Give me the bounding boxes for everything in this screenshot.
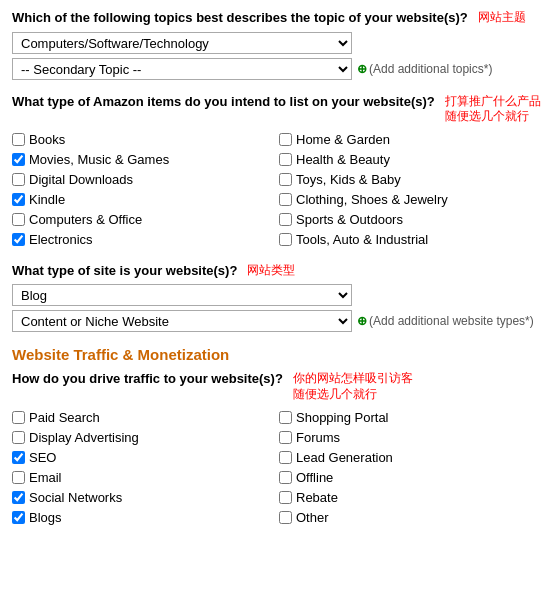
list-item: Tools, Auto & Industrial	[279, 231, 546, 249]
products-question-row: What type of Amazon items do you intend …	[12, 94, 546, 125]
checkbox-label: Computers & Office	[29, 212, 142, 227]
checkbox-label: Rebate	[296, 490, 338, 505]
checkbox-input[interactable]	[12, 153, 25, 166]
list-item: Offline	[279, 469, 546, 487]
checkbox-label: Sports & Outdoors	[296, 212, 403, 227]
traffic-question-row: How do you drive traffic to your website…	[12, 371, 546, 402]
checkbox-label: Books	[29, 132, 65, 147]
checkbox-label: Kindle	[29, 192, 65, 207]
products-col-right: Home & GardenHealth & BeautyToys, Kids &…	[279, 131, 546, 249]
list-item: Paid Search	[12, 409, 279, 427]
checkbox-input[interactable]	[279, 491, 292, 504]
products-section: What type of Amazon items do you intend …	[12, 94, 546, 249]
checkbox-input[interactable]	[12, 173, 25, 186]
checkbox-label: Electronics	[29, 232, 93, 247]
sitetype-question-row: What type of site is your website(s)? 网站…	[12, 263, 546, 279]
checkbox-input[interactable]	[279, 233, 292, 246]
list-item: SEO	[12, 449, 279, 467]
add-topics-link[interactable]: ⊕(Add additional topics*)	[357, 62, 492, 76]
list-item: Social Networks	[12, 489, 279, 507]
checkbox-input[interactable]	[279, 133, 292, 146]
list-item: Sports & Outdoors	[279, 211, 546, 229]
checkbox-label: Offline	[296, 470, 333, 485]
products-annotation: 打算推广什么产品 随便选几个就行	[445, 94, 541, 125]
sitetype-question: What type of site is your website(s)?	[12, 263, 237, 278]
checkbox-input[interactable]	[12, 511, 25, 524]
checkbox-input[interactable]	[279, 511, 292, 524]
traffic-grid: Paid SearchDisplay AdvertisingSEOEmailSo…	[12, 409, 546, 527]
list-item: Digital Downloads	[12, 171, 279, 189]
list-item: Display Advertising	[12, 429, 279, 447]
checkbox-input[interactable]	[279, 213, 292, 226]
plus-icon: ⊕	[357, 62, 367, 76]
primary-topic-row: Computers/Software/Technology	[12, 32, 546, 54]
checkbox-input[interactable]	[12, 411, 25, 424]
list-item: Other	[279, 509, 546, 527]
list-item: Email	[12, 469, 279, 487]
checkbox-input[interactable]	[12, 451, 25, 464]
primary-topic-select[interactable]: Computers/Software/Technology	[12, 32, 352, 54]
checkbox-input[interactable]	[12, 233, 25, 246]
checkbox-label: Social Networks	[29, 490, 122, 505]
topic-question-row: Which of the following topics best descr…	[12, 10, 546, 26]
sitetype-primary-select[interactable]: Blog	[12, 284, 352, 306]
topic-annotation: 网站主题	[478, 10, 526, 26]
checkbox-input[interactable]	[279, 173, 292, 186]
list-item: Forums	[279, 429, 546, 447]
checkbox-input[interactable]	[279, 193, 292, 206]
traffic-heading: Website Traffic & Monetization	[12, 346, 546, 363]
sitetype-secondary-row: Content or Niche Website ⊕(Add additiona…	[12, 310, 546, 332]
products-col-left: BooksMovies, Music & GamesDigital Downlo…	[12, 131, 279, 249]
secondary-topic-select[interactable]: -- Secondary Topic --	[12, 58, 352, 80]
list-item: Home & Garden	[279, 131, 546, 149]
checkbox-label: Digital Downloads	[29, 172, 133, 187]
checkbox-label: Lead Generation	[296, 450, 393, 465]
checkbox-label: Other	[296, 510, 329, 525]
add-sitetypes-link[interactable]: ⊕(Add additional website types*)	[357, 314, 534, 328]
checkbox-label: SEO	[29, 450, 56, 465]
checkbox-input[interactable]	[12, 431, 25, 444]
checkbox-input[interactable]	[12, 193, 25, 206]
checkbox-input[interactable]	[279, 451, 292, 464]
sitetype-primary-row: Blog	[12, 284, 546, 306]
checkbox-input[interactable]	[279, 471, 292, 484]
topic-section: Which of the following topics best descr…	[12, 10, 546, 80]
secondary-topic-row: -- Secondary Topic -- ⊕(Add additional t…	[12, 58, 546, 80]
list-item: Clothing, Shoes & Jewelry	[279, 191, 546, 209]
checkbox-input[interactable]	[279, 431, 292, 444]
list-item: Kindle	[12, 191, 279, 209]
traffic-question: How do you drive traffic to your website…	[12, 371, 283, 386]
list-item: Shopping Portal	[279, 409, 546, 427]
sitetype-section: What type of site is your website(s)? 网站…	[12, 263, 546, 333]
list-item: Toys, Kids & Baby	[279, 171, 546, 189]
list-item: Rebate	[279, 489, 546, 507]
checkbox-label: Tools, Auto & Industrial	[296, 232, 428, 247]
checkbox-input[interactable]	[12, 213, 25, 226]
products-grid: BooksMovies, Music & GamesDigital Downlo…	[12, 131, 546, 249]
checkbox-input[interactable]	[279, 411, 292, 424]
list-item: Lead Generation	[279, 449, 546, 467]
traffic-col-left: Paid SearchDisplay AdvertisingSEOEmailSo…	[12, 409, 279, 527]
sitetype-secondary-select[interactable]: Content or Niche Website	[12, 310, 352, 332]
list-item: Computers & Office	[12, 211, 279, 229]
checkbox-label: Movies, Music & Games	[29, 152, 169, 167]
checkbox-input[interactable]	[12, 471, 25, 484]
checkbox-label: Shopping Portal	[296, 410, 389, 425]
list-item: Health & Beauty	[279, 151, 546, 169]
checkbox-input[interactable]	[12, 133, 25, 146]
checkbox-label: Toys, Kids & Baby	[296, 172, 401, 187]
list-item: Electronics	[12, 231, 279, 249]
checkbox-label: Display Advertising	[29, 430, 139, 445]
checkbox-input[interactable]	[12, 491, 25, 504]
checkbox-input[interactable]	[279, 153, 292, 166]
checkbox-label: Blogs	[29, 510, 62, 525]
traffic-col-right: Shopping PortalForumsLead GenerationOffl…	[279, 409, 546, 527]
list-item: Movies, Music & Games	[12, 151, 279, 169]
plus-icon-2: ⊕	[357, 314, 367, 328]
checkbox-label: Health & Beauty	[296, 152, 390, 167]
checkbox-label: Email	[29, 470, 62, 485]
traffic-annotation: 你的网站怎样吸引访客 随便选几个就行	[293, 371, 413, 402]
list-item: Books	[12, 131, 279, 149]
sitetype-annotation: 网站类型	[247, 263, 295, 279]
list-item: Blogs	[12, 509, 279, 527]
